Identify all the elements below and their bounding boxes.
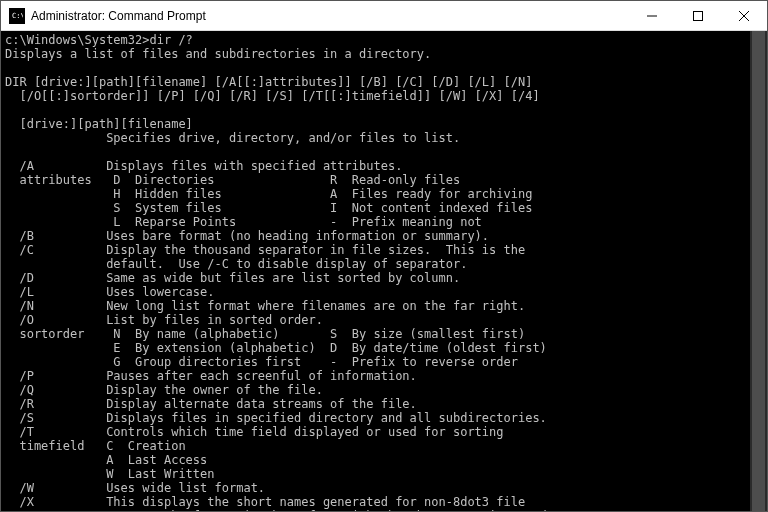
help-option-lines: /A Displays files with specified attribu… [5,159,547,511]
vertical-scrollbar[interactable] [750,31,767,511]
syntax-line-2: [/O[[:]sortorder]] [/P] [/Q] [/R] [/S] [… [5,89,540,103]
window-controls [629,1,767,30]
svg-text:C:\: C:\ [12,12,23,20]
cmd-icon: C:\ [9,8,25,24]
minimize-button[interactable] [629,1,675,30]
window-title: Administrator: Command Prompt [31,9,629,23]
terminal-output[interactable]: c:\Windows\System32>dir /? Displays a li… [1,31,767,511]
syntax-line-1: DIR [drive:][path][filename] [/A[[:]attr… [5,75,532,89]
close-button[interactable] [721,1,767,30]
prompt-line: c:\Windows\System32>dir /? [5,33,193,47]
maximize-button[interactable] [675,1,721,30]
titlebar: C:\ Administrator: Command Prompt [1,1,767,31]
arg-header: [drive:][path][filename] [5,117,193,131]
svg-rect-3 [694,11,703,20]
scrollbar-thumb[interactable] [752,31,765,511]
arg-desc: Specifies drive, directory, and/or files… [5,131,460,145]
help-summary: Displays a list of files and subdirector… [5,47,431,61]
